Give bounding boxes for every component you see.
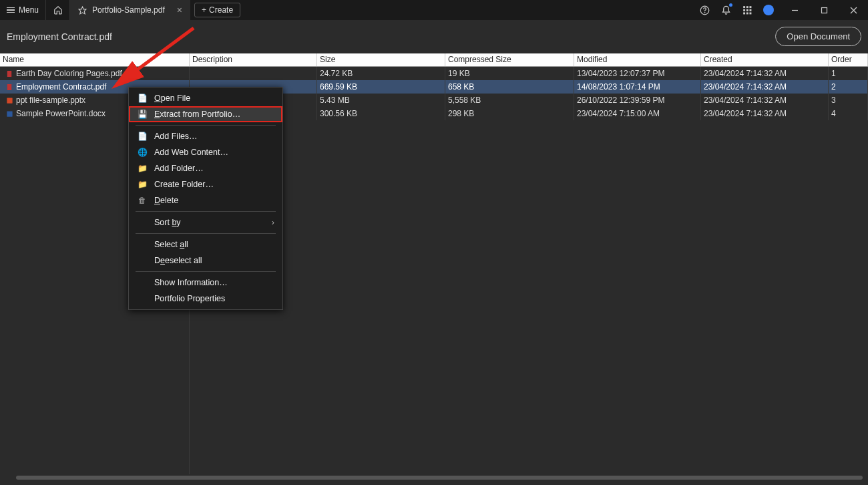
file-compressed-size: 658 KB [445,80,574,94]
minimize-button[interactable] [780,0,809,20]
apps-button[interactable] [741,4,753,16]
menu-separator [136,211,276,212]
bell-icon [721,5,731,15]
close-icon [850,7,857,14]
chevron-right-icon: › [272,218,274,227]
svg-rect-8 [750,9,752,11]
file-size: 24.72 KB [317,67,445,80]
menu-deselect-all[interactable]: Deeselect all [129,253,282,269]
file-created: 23/04/2024 7:14:32 AM [701,94,829,107]
col-modified[interactable]: Modified [574,53,701,66]
close-button[interactable] [839,0,868,20]
notifications-button[interactable] [720,4,732,16]
maximize-button[interactable] [809,0,839,20]
menu-button[interactable]: Menu [0,0,46,20]
file-created: 23/04/2024 7:14:32 AM [701,107,829,120]
menu-separator [136,233,276,234]
file-size: 5.43 MB [317,94,445,107]
window-controls [780,0,868,20]
svg-rect-19 [7,111,12,116]
file-modified: 14/08/2023 1:07:14 PM [574,80,701,94]
col-created[interactable]: Created [701,53,829,66]
col-order[interactable]: Order [829,53,868,66]
file-modified: 26/10/2022 12:39:59 PM [574,94,701,107]
file-size: 669.59 KB [317,80,445,94]
menu-add-files[interactable]: 📄 Add Files… [129,128,282,144]
svg-rect-16 [7,70,11,76]
menu-open-file[interactable]: 📄 Open File [129,90,282,106]
globe-icon [763,5,774,15]
svg-rect-13 [821,7,827,13]
menu-portfolio-properties[interactable]: Portfolio Properties [129,291,282,307]
col-compressed[interactable]: Compressed Size [445,53,574,66]
create-folder-icon: 📁 [137,179,148,190]
title-icons [698,0,780,20]
current-file-title: Employment Contract.pdf [7,31,112,42]
col-name[interactable]: Name [0,53,190,66]
file-order: 4 [829,107,868,120]
star-icon [78,6,87,15]
account-button[interactable] [763,4,775,16]
tab-title: Portfolio-Sample.pdf [92,5,165,15]
sub-bar: Employment Contract.pdf Open Document [0,20,868,53]
file-order: 1 [829,67,868,80]
menu-show-information[interactable]: Show Information… [129,275,282,291]
menu-separator [136,271,276,272]
file-created: 23/04/2024 7:14:32 AM [701,80,829,94]
extract-icon: 💾 [137,109,148,120]
menu-extract-from-portfolio[interactable]: 💾 Extract from Portfolio… [129,106,282,122]
menu-add-web[interactable]: 🌐 Add Web Content… [129,144,282,160]
table-header: Name Description Size Compressed Size Mo… [0,53,868,67]
svg-rect-5 [750,6,752,8]
menu-select-all[interactable]: Select all [129,236,282,253]
apps-grid-icon [742,5,752,15]
home-button[interactable] [46,0,70,20]
svg-rect-4 [746,6,748,8]
file-modified: 13/04/2023 12:07:37 PM [574,67,701,80]
context-menu: 📄 Open File 💾 Extract from Portfolio… 📄 … [128,87,283,310]
svg-rect-3 [743,6,745,8]
help-button[interactable] [698,4,710,16]
help-icon [700,5,710,15]
file-compressed-size: 19 KB [445,67,574,80]
file-compressed-size: 5,558 KB [445,94,574,107]
svg-rect-18 [7,98,12,103]
hamburger-icon [7,7,15,13]
file-compressed-size: 298 KB [445,107,574,120]
add-web-icon: 🌐 [137,147,148,158]
horizontal-scrollbar[interactable] [16,476,863,480]
svg-point-2 [704,12,705,13]
menu-add-folder[interactable]: 📁 Add Folder… [129,160,282,176]
delete-icon: 🗑 [137,195,148,206]
col-description[interactable]: Description [190,53,317,66]
file-type-icon [5,83,13,91]
col-size[interactable]: Size [317,53,445,66]
svg-rect-10 [746,13,748,15]
file-name: ppt file-sample.pptx [16,96,85,105]
menu-sort-by[interactable]: Sort by › [129,214,282,230]
svg-rect-7 [746,9,748,11]
file-type-icon [5,110,13,118]
menu-label: Menu [19,5,39,15]
table-row[interactable]: Earth Day Coloring Pages.pdf24.72 KB19 K… [0,67,868,80]
menu-create-folder[interactable]: 📁 Create Folder… [129,176,282,192]
title-bar: Menu Portfolio-Sample.pdf × + Create [0,0,868,20]
maximize-icon [821,7,828,14]
file-description [190,67,317,80]
tab-close-button[interactable]: × [177,5,182,15]
file-size: 300.56 KB [317,107,445,120]
menu-delete[interactable]: 🗑 Delete [129,192,282,208]
svg-marker-0 [79,7,86,14]
home-icon [53,5,63,15]
file-type-icon [5,69,13,77]
minimize-icon [791,7,799,14]
file-type-icon [5,96,13,104]
document-tab[interactable]: Portfolio-Sample.pdf × [70,0,190,20]
file-created: 23/04/2024 7:14:32 AM [701,67,829,80]
open-document-button[interactable]: Open Document [775,27,861,46]
open-file-icon: 📄 [137,93,148,104]
svg-rect-9 [743,13,745,15]
file-modified: 23/04/2024 7:15:00 AM [574,107,701,120]
create-button[interactable]: + Create [194,3,240,17]
svg-rect-6 [743,9,745,11]
